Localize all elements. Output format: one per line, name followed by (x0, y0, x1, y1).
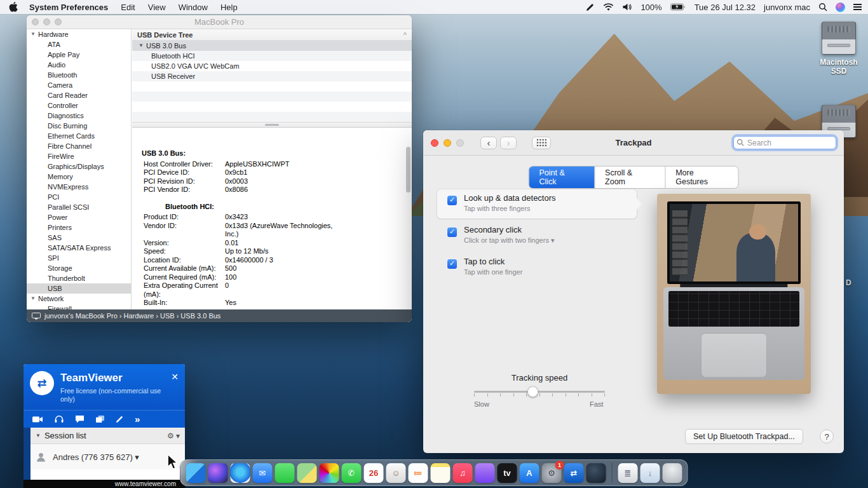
disclosure-triangle-icon[interactable]: ▼ (31, 294, 38, 304)
forward-button[interactable]: › (500, 137, 517, 149)
sidebar-item[interactable]: Printers (27, 222, 131, 233)
sidebar-item[interactable]: Power (27, 212, 131, 222)
tree-row[interactable]: USB Receiver (132, 71, 412, 81)
calendar[interactable]: 26 (364, 463, 384, 483)
search-icon[interactable] (818, 3, 827, 11)
search-input[interactable] (733, 136, 836, 149)
siri[interactable] (208, 463, 228, 483)
sidebar-item[interactable]: Parallel SCSI (27, 202, 131, 212)
sidebar-group-hardware[interactable]: ▼ Hardware (27, 29, 131, 39)
sidebar-item[interactable]: Diagnostics (27, 111, 131, 121)
contacts[interactable]: ☺ (386, 463, 406, 483)
sidebar-item[interactable]: Camera (27, 80, 131, 90)
title-bar[interactable]: MacBook Pro (27, 15, 412, 29)
steam[interactable] (587, 463, 606, 483)
minimize-button[interactable] (444, 139, 451, 147)
sidebar-item[interactable]: Fibre Channel (27, 141, 131, 151)
sidebar-item[interactable]: Bluetooth (27, 70, 131, 80)
tab[interactable]: Scroll & Zoom (595, 166, 665, 188)
messages[interactable] (275, 463, 295, 483)
zoom-button[interactable] (456, 139, 464, 147)
tab[interactable]: Point & Click (529, 166, 595, 188)
gesture-option[interactable]: Secondary click Click or tap with two fi… (437, 221, 637, 250)
disclosure-triangle-icon[interactable]: ▼ (31, 29, 38, 39)
menu-item[interactable]: View (142, 0, 172, 14)
close-button[interactable] (431, 139, 438, 147)
disclosure-triangle-icon[interactable]: ▼ (139, 41, 146, 51)
partner-row[interactable]: Andres (776 375 627) ▾ (31, 444, 185, 470)
music[interactable]: ♫ (453, 463, 473, 483)
menu-item[interactable]: Help (214, 0, 244, 14)
mail[interactable]: ✉ (253, 463, 273, 483)
finder[interactable] (186, 463, 206, 483)
system-preferences[interactable]: ⚙ 1 (542, 463, 562, 483)
checkbox[interactable] (447, 196, 457, 205)
sidebar-item[interactable]: Controller (27, 100, 131, 111)
siri-icon[interactable] (836, 3, 845, 12)
reminders[interactable]: ≔ (409, 463, 428, 483)
menu-item[interactable]: Window (172, 0, 214, 14)
close-icon[interactable]: ✕ (171, 372, 179, 382)
documents-stack[interactable]: ≣ (618, 463, 638, 483)
checkbox[interactable] (447, 259, 457, 269)
podcasts[interactable] (475, 463, 495, 483)
session-list-row[interactable]: ▼ Session list ⚙ ▾ (31, 428, 185, 444)
scroll-up-icon[interactable]: ^ (403, 31, 407, 39)
user-menu[interactable]: junvonx mac (764, 3, 810, 12)
facetime[interactable]: ✆ (342, 463, 362, 483)
battery-icon[interactable] (670, 3, 686, 11)
sidebar-item[interactable]: Memory (27, 172, 131, 182)
sidebar-group-network[interactable]: ▼ Network (27, 294, 131, 304)
pane-splitter[interactable] (132, 122, 412, 128)
sidebar-item[interactable]: Graphics/Displays (27, 161, 131, 172)
video-call-icon[interactable] (32, 416, 43, 423)
slider-thumb[interactable] (527, 386, 538, 397)
whiteboard-pen-icon[interactable] (116, 415, 124, 423)
notification-center-icon[interactable] (853, 4, 862, 10)
sidebar-item[interactable]: Audio (27, 60, 131, 70)
photos[interactable] (320, 463, 339, 483)
notes[interactable] (431, 463, 451, 483)
sidebar-item[interactable]: SAS (27, 233, 131, 243)
sidebar-item[interactable]: Disc Burning (27, 121, 131, 131)
sidebar-item[interactable]: USB (27, 283, 131, 294)
sidebar-item[interactable]: ATA (27, 39, 131, 50)
setup-bluetooth-trackpad-button[interactable]: Set Up Bluetooth Trackpad... (685, 429, 803, 444)
sidebar-item[interactable]: FireWire (27, 151, 131, 161)
clock[interactable]: Tue 26 Jul 12.32 (695, 3, 756, 12)
sidebar-item[interactable]: SPI (27, 253, 131, 263)
help-button[interactable]: ? (820, 430, 834, 444)
maps[interactable] (297, 463, 317, 483)
tree-row[interactable]: Bluetooth HCI (132, 51, 412, 61)
file-transfer-icon[interactable] (95, 415, 105, 423)
sidebar-item[interactable]: Thunderbolt (27, 273, 131, 283)
tree-row-usb3-bus[interactable]: ▼ USB 3.0 Bus (132, 41, 412, 51)
headset-icon[interactable] (54, 415, 64, 423)
scrollbar-thumb[interactable] (406, 147, 410, 193)
wifi-icon[interactable] (603, 3, 614, 11)
gesture-option[interactable]: Tap to click Tap with one finger (437, 253, 637, 282)
volume-icon[interactable] (622, 3, 632, 11)
teamviewer[interactable]: ⇄ (564, 463, 584, 483)
sidebar-item[interactable]: Storage (27, 263, 131, 273)
sidebar-item[interactable]: Firewall (27, 304, 131, 309)
gesture-option[interactable]: Look up & data detectors Tap with three … (437, 189, 637, 219)
tv[interactable]: tv (498, 463, 517, 483)
checkbox[interactable] (447, 227, 457, 237)
tab[interactable]: More Gestures (665, 166, 738, 188)
sidebar-item[interactable]: SATA/SATA Express (27, 243, 131, 253)
gear-menu-icon[interactable]: ⚙ ▾ (167, 431, 180, 440)
more-actions-icon[interactable]: » (135, 414, 140, 424)
sidebar-item[interactable]: NVMExpress (27, 182, 131, 192)
sidebar-item[interactable]: Ethernet Cards (27, 131, 131, 141)
app-store[interactable]: A (520, 463, 539, 483)
apple-menu[interactable] (0, 0, 23, 14)
trash[interactable] (663, 463, 682, 483)
show-all-button[interactable] (532, 137, 551, 149)
safari[interactable] (231, 463, 250, 483)
disclosure-triangle-icon[interactable]: ▼ (36, 433, 41, 438)
downloads-stack[interactable]: ↓ (641, 463, 660, 483)
slider-track[interactable] (474, 391, 605, 393)
pen-input-icon[interactable] (585, 3, 595, 12)
menu-app-name[interactable]: System Preferences (23, 0, 114, 14)
